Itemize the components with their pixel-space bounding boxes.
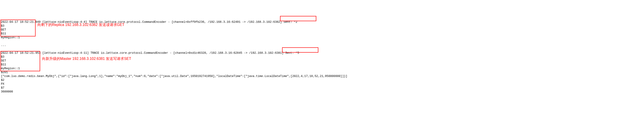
log2-line4: $11 xyxy=(1,63,6,66)
log-container: 2022-04-17 18:52:21.949 [lettuce-nioEven… xyxy=(1,16,643,120)
log2-line3: SET xyxy=(1,59,6,62)
log1-line3: GET xyxy=(1,28,6,31)
log2-line6: $201 xyxy=(1,71,8,74)
log2-line1: 2022-04-17 18:52:21.953 [lettuce-nioEven… xyxy=(1,51,299,55)
log1-line4: $11 xyxy=(1,32,6,35)
log2-line10: $7 xyxy=(1,86,4,90)
log2-line11: 3600000 xyxy=(1,90,13,93)
log1-line1: 2022-04-17 18:52:21.949 [lettuce-nioEven… xyxy=(1,20,297,24)
log2-line9: PX xyxy=(1,82,4,86)
log2-line2: $3 xyxy=(1,55,4,59)
log2-line7: ["com.luo.demo.redis.bean.MyObj",{"id":[… xyxy=(1,75,347,78)
log2-line5: myRegion::1 xyxy=(1,67,20,70)
separator: ... xyxy=(1,44,6,47)
log2-line8: $2 xyxy=(1,79,4,82)
annotation-master-set: 向新升级的Master 192.168.3.102:6381 发送写请求SET xyxy=(42,56,131,61)
log1-line2: $3 xyxy=(1,24,4,27)
log1-line5: myRegion::1 xyxy=(1,36,20,39)
